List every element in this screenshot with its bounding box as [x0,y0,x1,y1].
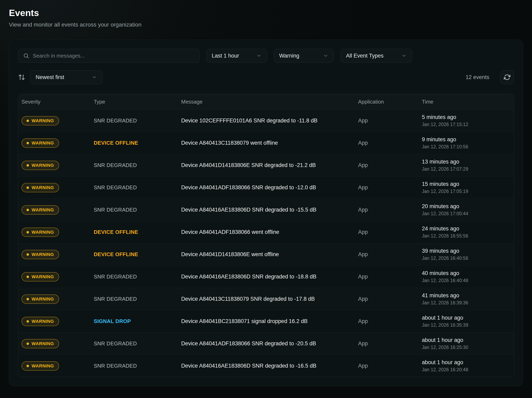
time-absolute: Jan 12, 2026 16:40:48 [422,278,511,283]
time-range-value: Last 1 hour [212,53,239,59]
severity-label: WARNING [32,363,54,369]
table-row[interactable]: WARNINGSNR DEGRADEDDevice A840416AE18380… [18,355,514,377]
event-message: Device A840416AE183806D SNR degraded to … [178,207,355,213]
event-message: Device A84041D14183806E SNR degraded to … [178,162,355,168]
chevron-down-icon [401,53,407,58]
time-absolute: Jan 12, 2026 17:15:12 [422,122,511,127]
page-header: Events View and monitor all events acros… [9,8,523,28]
table-row[interactable]: WARNINGSNR DEGRADEDDevice A840416AE18380… [18,266,514,288]
table-body: WARNINGSNR DEGRADEDDevice 102CEFFFFE0101… [18,109,514,377]
table-row[interactable]: WARNINGSNR DEGRADEDDevice A840413C118380… [18,288,514,310]
severity-cell: WARNING [18,272,90,281]
warning-dot-icon [26,320,29,323]
time-relative: about 1 hour ago [422,337,511,343]
time-absolute: Jan 12, 2026 16:39:36 [422,300,511,306]
severity-label: WARNING [32,207,54,213]
search-box[interactable] [18,49,200,63]
severity-badge: WARNING [21,183,59,192]
severity-cell: WARNING [18,294,90,304]
warning-dot-icon [26,209,29,211]
time-absolute: Jan 12, 2026 17:07:29 [422,166,511,172]
event-time: 41 minutes agoJan 12, 2026 16:39:36 [419,293,514,306]
event-message: Device A840413C11838079 SNR degraded to … [178,296,355,302]
warning-dot-icon [26,120,29,122]
severity-badge: WARNING [21,161,59,170]
search-icon [23,53,29,59]
severity-badge: WARNING [21,361,59,371]
time-relative: 20 minutes ago [422,203,511,209]
event-type: SNR DEGRADED [90,207,178,213]
event-type-select[interactable]: All Event Types [341,49,412,63]
event-application: App [355,340,419,347]
severity-badge: WARNING [21,205,59,215]
severity-select[interactable]: Warning [274,49,334,63]
severity-cell: WARNING [18,250,90,259]
warning-dot-icon [26,186,29,189]
event-time: 39 minutes agoJan 12, 2026 16:40:56 [419,248,514,261]
table-row[interactable]: WARNINGSNR DEGRADEDDevice A84041D1418380… [18,154,514,176]
event-application: App [355,274,419,280]
sort-select[interactable]: Newest first [30,70,102,84]
page-subtitle: View and monitor all events across your … [9,21,523,28]
event-message: Device 102CEFFFFE0101A6 SNR degraded to … [178,117,355,124]
severity-label: WARNING [32,163,54,168]
chevron-down-icon [256,53,261,58]
event-type: DEVICE OFFLINE [90,229,178,235]
warning-dot-icon [26,298,29,300]
severity-badge: WARNING [21,250,59,259]
table-row[interactable]: WARNINGDEVICE OFFLINEDevice A84041D14183… [18,243,514,266]
severity-cell: WARNING [18,205,90,215]
table-row[interactable]: WARNINGSNR DEGRADEDDevice 102CEFFFFE0101… [18,109,514,132]
event-message: Device A840416AE183806D SNR degraded to … [178,274,355,280]
filter-bar: Last 1 hour Warning All Event Types [18,49,514,63]
time-range-select[interactable]: Last 1 hour [206,49,267,63]
severity-label: WARNING [32,118,54,124]
table-row[interactable]: WARNINGSIGNAL DROPDevice A84041BC2183807… [18,310,514,332]
event-time: 5 minutes agoJan 12, 2026 17:15:12 [419,114,514,127]
event-message: Device A84041BC21838071 signal dropped 1… [178,318,355,324]
table-row[interactable]: WARNINGSNR DEGRADEDDevice A840416AE18380… [18,199,514,221]
time-absolute: Jan 12, 2026 17:10:56 [422,144,511,150]
time-absolute: Jan 12, 2026 16:55:56 [422,233,511,239]
event-message: Device A840413C11838079 went offline [178,140,355,146]
table-row[interactable]: WARNINGSNR DEGRADEDDevice A84041ADF18380… [18,332,514,355]
event-message: Device A84041D14183806E went offline [178,251,355,258]
event-application: App [355,318,419,324]
event-type: SNR DEGRADED [90,162,178,168]
warning-dot-icon [26,276,29,278]
column-header-type: Type [90,99,178,105]
event-time: 9 minutes agoJan 12, 2026 17:10:56 [419,136,514,150]
event-message: Device A840416AE183806D SNR degraded to … [178,363,355,369]
event-type: DEVICE OFFLINE [90,140,178,146]
table-row[interactable]: WARNINGSNR DEGRADEDDevice A84041ADF18380… [18,176,514,199]
warning-dot-icon [26,231,29,234]
time-absolute: Jan 12, 2026 16:35:39 [422,322,511,328]
time-absolute: Jan 12, 2026 16:25:30 [422,345,511,350]
time-relative: 41 minutes ago [422,293,511,299]
refresh-icon [504,74,510,80]
event-time: 15 minutes agoJan 12, 2026 17:05:19 [419,181,514,194]
warning-dot-icon [26,164,29,167]
table-row[interactable]: WARNINGDEVICE OFFLINEDevice A840413C1183… [18,132,514,154]
severity-label: WARNING [32,252,54,257]
severity-badge: WARNING [21,339,59,348]
severity-label: WARNING [32,274,54,280]
severity-label: WARNING [32,296,54,302]
severity-cell: WARNING [18,138,90,148]
sort-bar: Newest first 12 events [18,70,514,84]
severity-cell: WARNING [18,183,90,192]
severity-value: Warning [279,53,299,59]
event-application: App [355,363,419,369]
severity-badge: WARNING [21,138,59,148]
event-application: App [355,117,419,124]
event-time: about 1 hour agoJan 12, 2026 16:20:48 [419,359,514,372]
event-type: SNR DEGRADED [90,184,178,191]
table-row[interactable]: WARNINGDEVICE OFFLINEDevice A84041ADF183… [18,221,514,243]
search-input[interactable] [33,53,195,59]
sort-value: Newest first [36,74,64,80]
severity-cell: WARNING [18,228,90,237]
table-header: Severity Type Message Application Time [18,94,514,109]
page-title: Events [9,8,523,18]
refresh-button[interactable] [500,70,514,84]
event-time: about 1 hour agoJan 12, 2026 16:25:30 [419,337,514,350]
